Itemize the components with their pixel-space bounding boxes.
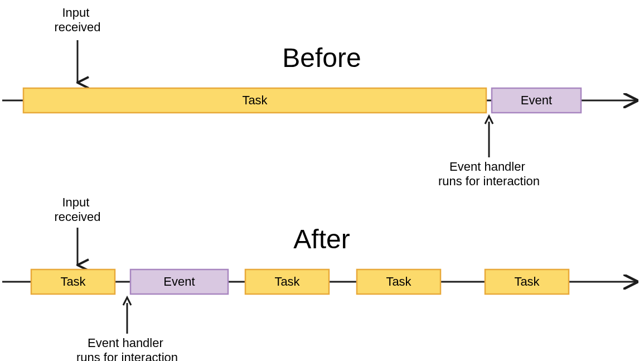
event-label: Event — [163, 275, 195, 288]
before-input-label: Input received — [54, 6, 100, 34]
diagram-root: Before Input received TaskEvent Event ha… — [0, 0, 644, 361]
before-handler-label: Event handler runs for interaction — [438, 160, 540, 188]
task-block: Task — [245, 269, 329, 294]
event-block: Event — [130, 269, 228, 294]
task-block: Task — [31, 269, 115, 294]
event-block: Event — [492, 88, 581, 113]
task-label: Task — [242, 93, 268, 107]
before-boxes: TaskEvent — [23, 88, 581, 113]
after-boxes: TaskEventTaskTaskTask — [31, 269, 569, 294]
after-handler-label: Event handler runs for interaction — [76, 336, 178, 361]
task-label: Task — [60, 275, 86, 288]
after-input-label: Input received — [54, 195, 100, 224]
task-label: Task — [386, 275, 411, 288]
task-label: Task — [274, 275, 300, 288]
task-block: Task — [485, 269, 569, 294]
task-label: Task — [514, 275, 540, 288]
before-title: Before — [282, 43, 361, 73]
after-title: After — [293, 224, 350, 254]
task-block: Task — [23, 88, 486, 113]
task-block: Task — [357, 269, 440, 294]
event-label: Event — [521, 93, 552, 107]
